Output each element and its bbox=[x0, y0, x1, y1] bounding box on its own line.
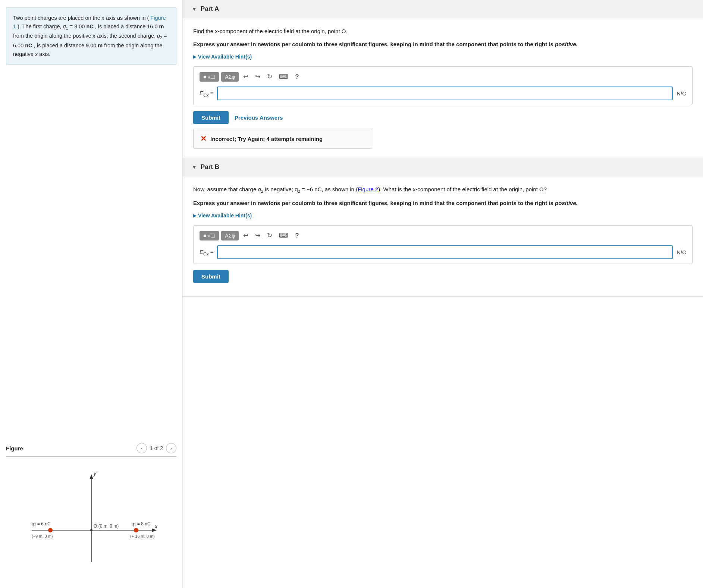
part-a-unit: N/C bbox=[677, 90, 686, 97]
part-b-content: Now, assume that charge q2 is negative; … bbox=[183, 176, 703, 296]
part-b-eq-label: EOx = bbox=[200, 249, 213, 256]
svg-text:x: x bbox=[154, 523, 158, 529]
svg-text:(+ 16 m, 0 m): (+ 16 m, 0 m) bbox=[130, 534, 155, 538]
part-a-hint-link[interactable]: ▶ View Available Hint(s) bbox=[193, 54, 693, 60]
part-a-submit-button[interactable]: Submit bbox=[193, 111, 229, 124]
svg-text:q₂ = 6 nC: q₂ = 6 nC bbox=[32, 521, 51, 526]
redo-button[interactable]: ↪ bbox=[253, 71, 263, 82]
part-b-input-row: EOx = N/C bbox=[200, 245, 686, 259]
undo-button[interactable]: ↩ bbox=[241, 71, 251, 82]
svg-marker-2 bbox=[90, 474, 93, 479]
svg-text:y: y bbox=[93, 471, 97, 477]
formula-button[interactable]: ■√☐ bbox=[200, 72, 219, 82]
part-b-greek-button[interactable]: ΑΣφ bbox=[221, 231, 239, 240]
refresh-button[interactable]: ↻ bbox=[265, 71, 274, 82]
part-a-content: Find the x-component of the electric fie… bbox=[183, 18, 703, 158]
part-b-hint-link[interactable]: ▶ View Available Hint(s) bbox=[193, 213, 693, 218]
figure-section: Figure ‹ 1 of 2 › y x bbox=[6, 443, 176, 581]
coordinate-figure: y x O (0 m, 0 m) q₁ = 8 nC (+ 16 m, 0 m)… bbox=[21, 465, 162, 577]
part-b-undo-button[interactable]: ↩ bbox=[241, 230, 251, 241]
part-b-header[interactable]: ▼ Part B bbox=[183, 158, 703, 176]
part-b-answer-input[interactable] bbox=[217, 245, 673, 259]
svg-text:(−9 m, 0 m): (−9 m, 0 m) bbox=[32, 534, 53, 538]
part-b-section: ▼ Part B Now, assume that charge q2 is n… bbox=[183, 158, 703, 297]
part-b-question: Now, assume that charge q2 is negative; … bbox=[193, 185, 693, 195]
part-b-collapse-icon: ▼ bbox=[192, 164, 197, 170]
svg-point-11 bbox=[48, 528, 53, 532]
svg-point-8 bbox=[134, 528, 138, 532]
svg-text:q₁ = 8 nC: q₁ = 8 nC bbox=[132, 521, 151, 526]
figure-nav: ‹ 1 of 2 › bbox=[136, 443, 176, 453]
keyboard-button[interactable]: ⌨ bbox=[277, 71, 291, 82]
part-b-unit: N/C bbox=[677, 249, 686, 255]
part-b-formula-button[interactable]: ■√☐ bbox=[200, 231, 219, 240]
help-button[interactable]: ? bbox=[293, 72, 301, 82]
problem-statement: Two point charges are placed on the x ax… bbox=[6, 7, 176, 65]
part-a-toolbar: ■√☐ ΑΣφ ↩ ↪ ↻ ⌨ ? bbox=[200, 71, 686, 82]
figure-canvas: y x O (0 m, 0 m) q₁ = 8 nC (+ 16 m, 0 m)… bbox=[6, 461, 176, 581]
part-a-action-row: Submit Previous Answers bbox=[193, 111, 693, 124]
part-a-question: Find the x-component of the electric fie… bbox=[193, 27, 693, 36]
part-b-answer-box: ■√☐ ΑΣφ ↩ ↪ ↻ ⌨ ? EOx = N/C bbox=[193, 225, 693, 264]
part-b-toolbar: ■√☐ ΑΣφ ↩ ↪ ↻ ⌨ ? bbox=[200, 230, 686, 241]
part-a-collapse-icon: ▼ bbox=[192, 6, 197, 12]
figure-page-info: 1 of 2 bbox=[150, 445, 163, 451]
part-a-input-row: EOx = N/C bbox=[200, 87, 686, 100]
svg-point-6 bbox=[90, 529, 92, 531]
svg-text:O (0 m, 0 m): O (0 m, 0 m) bbox=[94, 523, 119, 529]
figure-title: Figure bbox=[6, 445, 23, 452]
part-a-answer-input[interactable] bbox=[217, 87, 673, 100]
figure-next-button[interactable]: › bbox=[166, 443, 176, 453]
hint-triangle-icon: ▶ bbox=[193, 54, 196, 59]
part-b-action-row: Submit bbox=[193, 270, 693, 283]
part-b-redo-button[interactable]: ↪ bbox=[253, 230, 263, 241]
part-b-instruction: Express your answer in newtons per coulo… bbox=[193, 199, 693, 208]
figure2-link[interactable]: Figure 2 bbox=[358, 186, 378, 192]
part-b-hint-triangle-icon: ▶ bbox=[193, 213, 196, 218]
incorrect-icon: ✕ bbox=[200, 134, 207, 143]
greek-button[interactable]: ΑΣφ bbox=[221, 72, 239, 82]
figure-header: Figure ‹ 1 of 2 › bbox=[6, 443, 176, 457]
part-a-feedback-text: Incorrect; Try Again; 4 attempts remaini… bbox=[210, 136, 323, 142]
part-a-header[interactable]: ▼ Part A bbox=[183, 0, 703, 18]
part-a-eq-label: EOx = bbox=[200, 90, 213, 97]
part-a-section: ▼ Part A Find the x-component of the ele… bbox=[183, 0, 703, 158]
part-b-submit-button[interactable]: Submit bbox=[193, 270, 229, 283]
left-panel: Two point charges are placed on the x ax… bbox=[0, 0, 183, 588]
part-b-keyboard-button[interactable]: ⌨ bbox=[277, 230, 291, 241]
right-panel: ▼ Part A Find the x-component of the ele… bbox=[183, 0, 703, 588]
part-b-refresh-button[interactable]: ↻ bbox=[265, 230, 274, 241]
part-a-instruction: Express your answer in newtons per coulo… bbox=[193, 40, 693, 49]
figure-prev-button[interactable]: ‹ bbox=[136, 443, 147, 453]
part-b-label: Part B bbox=[201, 163, 219, 171]
part-b-help-button[interactable]: ? bbox=[293, 230, 301, 241]
part-a-prev-answers-link[interactable]: Previous Answers bbox=[235, 114, 283, 121]
part-a-answer-box: ■√☐ ΑΣφ ↩ ↪ ↻ ⌨ ? EOx = N/C bbox=[193, 66, 693, 105]
part-a-feedback-box: ✕ Incorrect; Try Again; 4 attempts remai… bbox=[193, 129, 372, 149]
part-a-label: Part A bbox=[201, 5, 219, 13]
